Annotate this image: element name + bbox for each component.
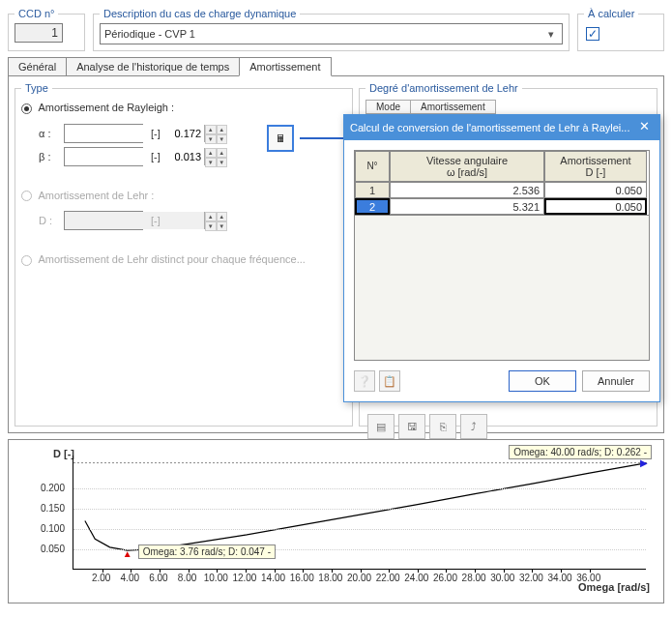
d-spinner: ▲▼ ▲▼ <box>64 211 143 230</box>
beta-down[interactable]: ▼ <box>205 158 217 167</box>
lehr-legend: Degré d'amortissement de Lehr <box>365 82 522 94</box>
radio-lehr-row[interactable]: Amortissement de Lehr : <box>21 190 346 202</box>
alpha-down2[interactable]: ▼ <box>217 134 228 144</box>
tab-time-history[interactable]: Analyse de l'historique de temps <box>66 57 240 76</box>
x-tick: 8.00 <box>178 573 196 583</box>
callout-min: Omega: 3.76 rad/s; D: 0.047 - <box>138 544 276 559</box>
x-tick: 6.00 <box>149 573 167 583</box>
alpha-down[interactable]: ▼ <box>205 134 217 144</box>
x-tick: 20.00 <box>347 573 371 583</box>
radio-lehr[interactable] <box>21 191 32 201</box>
callout-max: Omega: 40.00 rad/s; D: 0.262 - <box>509 445 652 459</box>
chevron-down-icon: ▾ <box>544 28 558 41</box>
beta-down2[interactable]: ▼ <box>217 158 228 167</box>
description-label: Description du cas de charge dynamique <box>100 8 300 19</box>
alpha-up[interactable]: ▲ <box>205 125 217 134</box>
clipboard-icon: 📋 <box>383 375 396 388</box>
alpha-input[interactable] <box>65 125 204 142</box>
table-row[interactable]: 2 5.321 0.050 <box>355 198 649 215</box>
to-calculate-checkbox[interactable]: ✓ <box>586 27 599 41</box>
beta-label: β : <box>39 151 58 162</box>
beta-up2[interactable]: ▲ <box>217 148 228 158</box>
main-tabs: Général Analyse de l'historique de temps… <box>8 57 664 76</box>
ccd-label: CCD n° <box>15 8 58 19</box>
y-axis-label: D [-] <box>53 448 74 459</box>
table-row[interactable]: 1 2.536 0.050 <box>355 182 649 198</box>
cell-d[interactable]: 0.050 <box>544 182 647 198</box>
min-marker-icon: ▲ <box>123 548 132 559</box>
to-calculate-label: À calculer <box>584 8 638 19</box>
x-tick: 24.00 <box>404 573 428 583</box>
export-icon: ⤴ <box>471 421 477 432</box>
ccd-fieldset: CCD n° 1 <box>8 8 85 51</box>
radio-lehr-distinct[interactable] <box>21 255 32 266</box>
description-value: Périodique - CVP 1 <box>104 28 195 40</box>
sub-tab-mode[interactable]: Mode <box>365 100 411 114</box>
radio-rayleigh-row[interactable]: Amortissement de Rayleigh : <box>21 102 346 114</box>
cell-omega[interactable]: 2.536 <box>390 182 544 198</box>
row-num: 2 <box>355 198 390 215</box>
x-tick: 4.00 <box>121 573 139 583</box>
save-icon: 🖫 <box>407 421 418 432</box>
to-calculate-fieldset: À calculer ✓ <box>577 8 664 51</box>
alpha-up2[interactable]: ▲ <box>217 125 228 134</box>
d-label: D : <box>39 215 58 226</box>
help-icon: ❔ <box>358 375 371 388</box>
x-tick: 18.00 <box>318 573 342 583</box>
beta-spinner[interactable]: ▲▼ ▲▼ <box>64 147 143 166</box>
x-tick: 30.00 <box>490 573 514 583</box>
copy-icon: ⎘ <box>440 421 447 432</box>
lehr-toolbar: ▤ 🖫 ⎘ ⤴ <box>367 414 487 439</box>
toolbar-btn-3[interactable]: ⎘ <box>429 414 456 439</box>
tab-general[interactable]: Général <box>8 57 67 76</box>
help-button[interactable]: ❔ <box>354 370 375 392</box>
row-num: 1 <box>355 182 390 198</box>
ok-button[interactable]: OK <box>509 370 576 392</box>
radio-rayleigh[interactable] <box>21 103 32 114</box>
convert-icon: 🖩 <box>276 132 286 144</box>
cell-d[interactable]: 0.050 <box>544 198 647 215</box>
y-tick: 0.150 <box>36 503 65 514</box>
radio-lehr-distinct-row[interactable]: Amortissement de Lehr distinct pour chaq… <box>21 253 346 266</box>
tab-damping[interactable]: Amortissement <box>239 57 331 76</box>
col-header-num: N° <box>355 151 390 182</box>
type-legend: Type <box>21 82 52 94</box>
y-tick: 0.100 <box>36 523 65 534</box>
x-tick: 26.00 <box>433 573 457 583</box>
copy-button[interactable]: 📋 <box>379 370 400 392</box>
close-icon[interactable]: ✕ <box>634 119 654 136</box>
toolbar-btn-4[interactable]: ⤴ <box>460 414 487 439</box>
ccd-value: 1 <box>15 23 63 43</box>
conversion-table: N° Vitesse angulaire ω [rad/s] Amortisse… <box>354 150 650 216</box>
description-combo[interactable]: Périodique - CVP 1 ▾ <box>100 23 563 44</box>
x-tick: 34.00 <box>548 573 572 583</box>
x-tick: 2.00 <box>92 573 110 583</box>
beta-unit: [-] <box>151 151 161 162</box>
sub-tab-amort[interactable]: Amortissement <box>410 100 496 114</box>
radio-lehr-label: Amortissement de Lehr : <box>38 190 154 201</box>
type-fieldset: Type Amortissement de Rayleigh : α : ▲▼ … <box>15 82 353 427</box>
x-tick: 28.00 <box>462 573 486 583</box>
x-tick: 36.00 <box>576 573 600 583</box>
beta-up[interactable]: ▲ <box>205 148 217 158</box>
toolbar-btn-2[interactable]: 🖫 <box>398 414 425 439</box>
description-fieldset: Description du cas de charge dynamique P… <box>93 8 570 51</box>
sheet-icon: ▤ <box>376 421 386 433</box>
beta-input[interactable] <box>65 148 204 165</box>
x-tick: 16.00 <box>290 573 314 583</box>
radio-rayleigh-label: Amortissement de Rayleigh : <box>38 102 174 113</box>
x-tick: 12.00 <box>232 573 256 583</box>
radio-lehr-distinct-label: Amortissement de Lehr distinct pour chaq… <box>38 253 305 265</box>
chart-panel: D [-] Omega [rad/s] Omega: 40.00 rad/s; … <box>8 439 664 603</box>
alpha-label: α : <box>39 128 58 139</box>
cancel-button[interactable]: Annuler <box>582 370 650 392</box>
x-tick: 14.00 <box>261 573 285 583</box>
convert-button[interactable]: 🖩 <box>267 125 294 152</box>
dialog-titlebar[interactable]: Calcul de conversion de l'amortissement … <box>344 115 659 140</box>
y-tick: 0.200 <box>36 483 65 493</box>
d-unit: [-] <box>151 215 161 226</box>
toolbar-btn-1[interactable]: ▤ <box>367 414 394 439</box>
cell-omega[interactable]: 5.321 <box>390 198 544 215</box>
alpha-unit: [-] <box>151 128 161 139</box>
alpha-spinner[interactable]: ▲▼ ▲▼ <box>64 124 143 143</box>
